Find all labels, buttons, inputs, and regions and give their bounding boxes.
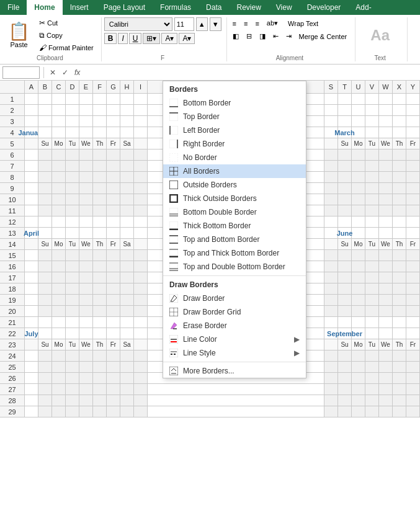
cell[interactable] bbox=[25, 138, 38, 149]
cell[interactable] bbox=[338, 384, 352, 395]
cell[interactable] bbox=[379, 373, 393, 384]
wrap-text-button[interactable]: Wrap Text bbox=[282, 17, 324, 29]
cell[interactable] bbox=[79, 216, 93, 228]
cell[interactable]: Sa bbox=[120, 339, 134, 350]
cell[interactable] bbox=[93, 183, 107, 194]
cell[interactable] bbox=[406, 328, 420, 339]
cell[interactable] bbox=[324, 149, 338, 161]
cell[interactable] bbox=[406, 406, 420, 417]
cell[interactable] bbox=[38, 373, 52, 384]
cell[interactable] bbox=[365, 172, 379, 183]
insert-function-button[interactable]: fx bbox=[73, 68, 82, 78]
cell[interactable] bbox=[352, 250, 365, 261]
cell[interactable] bbox=[25, 149, 38, 161]
cell[interactable] bbox=[393, 216, 406, 228]
align-top-center-button[interactable]: ≡ bbox=[241, 17, 251, 29]
cell[interactable] bbox=[93, 149, 107, 161]
cell[interactable] bbox=[66, 395, 79, 406]
cell[interactable] bbox=[134, 406, 148, 417]
cell[interactable] bbox=[134, 373, 148, 384]
cell[interactable] bbox=[393, 261, 406, 272]
menu-item-no-border[interactable]: No Border bbox=[163, 151, 306, 164]
cell[interactable] bbox=[406, 116, 420, 127]
cell[interactable] bbox=[38, 127, 52, 138]
cell[interactable] bbox=[52, 283, 66, 295]
cell[interactable] bbox=[79, 295, 93, 306]
cell[interactable] bbox=[79, 172, 93, 183]
cell[interactable] bbox=[66, 149, 79, 161]
cell[interactable] bbox=[93, 94, 107, 105]
cell[interactable]: Mo bbox=[52, 138, 66, 149]
cell[interactable] bbox=[93, 161, 107, 172]
cell[interactable] bbox=[379, 194, 393, 205]
col-header-v[interactable]: V bbox=[365, 81, 379, 93]
cell[interactable] bbox=[134, 250, 148, 261]
cell[interactable] bbox=[25, 283, 38, 295]
cell[interactable] bbox=[406, 283, 420, 295]
cell[interactable] bbox=[379, 205, 393, 216]
cell[interactable] bbox=[52, 116, 66, 127]
cell[interactable] bbox=[107, 350, 120, 362]
cell[interactable] bbox=[379, 216, 393, 228]
cell[interactable] bbox=[93, 228, 107, 239]
align-top-left-button[interactable]: ≡ bbox=[230, 17, 239, 29]
cell[interactable] bbox=[107, 205, 120, 216]
cell[interactable] bbox=[25, 239, 38, 250]
col-header-g[interactable]: G bbox=[107, 81, 120, 93]
cell[interactable] bbox=[393, 406, 406, 417]
cell[interactable] bbox=[66, 328, 79, 339]
cell[interactable] bbox=[352, 295, 365, 306]
cell[interactable] bbox=[107, 183, 120, 194]
cell[interactable] bbox=[66, 105, 79, 116]
cell[interactable] bbox=[352, 362, 365, 373]
col-header-a[interactable]: A bbox=[25, 81, 38, 93]
cell[interactable] bbox=[79, 105, 93, 116]
cell[interactable] bbox=[66, 250, 79, 261]
cell[interactable] bbox=[134, 395, 148, 406]
cell[interactable] bbox=[79, 350, 93, 362]
cell[interactable]: Mo bbox=[352, 138, 365, 149]
cell[interactable] bbox=[365, 205, 379, 216]
cell[interactable] bbox=[365, 94, 379, 105]
cell[interactable] bbox=[25, 406, 38, 417]
cell[interactable] bbox=[79, 272, 93, 283]
cell[interactable] bbox=[38, 94, 52, 105]
cell[interactable] bbox=[107, 105, 120, 116]
cell[interactable] bbox=[25, 94, 38, 105]
cell[interactable] bbox=[324, 406, 338, 417]
cell[interactable] bbox=[79, 261, 93, 272]
align-left-button[interactable]: ◧ bbox=[230, 30, 242, 42]
cell[interactable] bbox=[365, 362, 379, 373]
cell[interactable] bbox=[338, 149, 352, 161]
cell[interactable] bbox=[93, 406, 107, 417]
cell[interactable] bbox=[93, 362, 107, 373]
cell[interactable] bbox=[79, 373, 93, 384]
menu-item-more-borders[interactable]: More Borders... bbox=[163, 364, 306, 378]
cell[interactable] bbox=[79, 384, 93, 395]
tab-page-layout[interactable]: Page Layout bbox=[96, 0, 153, 15]
cell[interactable] bbox=[120, 116, 134, 127]
cell[interactable] bbox=[79, 228, 93, 239]
cell[interactable] bbox=[379, 228, 393, 239]
cell[interactable] bbox=[379, 283, 393, 295]
cell[interactable] bbox=[324, 283, 338, 295]
cell[interactable] bbox=[120, 161, 134, 172]
cell[interactable] bbox=[25, 317, 38, 328]
cell[interactable] bbox=[338, 317, 352, 328]
cell[interactable] bbox=[79, 149, 93, 161]
cell[interactable] bbox=[134, 261, 148, 272]
cell-reference-input[interactable]: R33 bbox=[2, 66, 40, 79]
cell[interactable] bbox=[52, 250, 66, 261]
formula-confirm-button[interactable]: ✓ bbox=[60, 68, 70, 78]
cell[interactable] bbox=[406, 373, 420, 384]
cell[interactable] bbox=[38, 149, 52, 161]
menu-item-draw-border[interactable]: Draw Border bbox=[163, 292, 306, 305]
cell[interactable] bbox=[107, 328, 120, 339]
cell[interactable]: Su bbox=[338, 239, 352, 250]
copy-button[interactable]: ⧉ Copy bbox=[37, 30, 96, 41]
cell[interactable]: Fr bbox=[107, 339, 120, 350]
cell[interactable] bbox=[379, 384, 393, 395]
col-header-b[interactable]: B bbox=[38, 81, 52, 93]
cell[interactable] bbox=[25, 350, 38, 362]
cell[interactable] bbox=[365, 105, 379, 116]
